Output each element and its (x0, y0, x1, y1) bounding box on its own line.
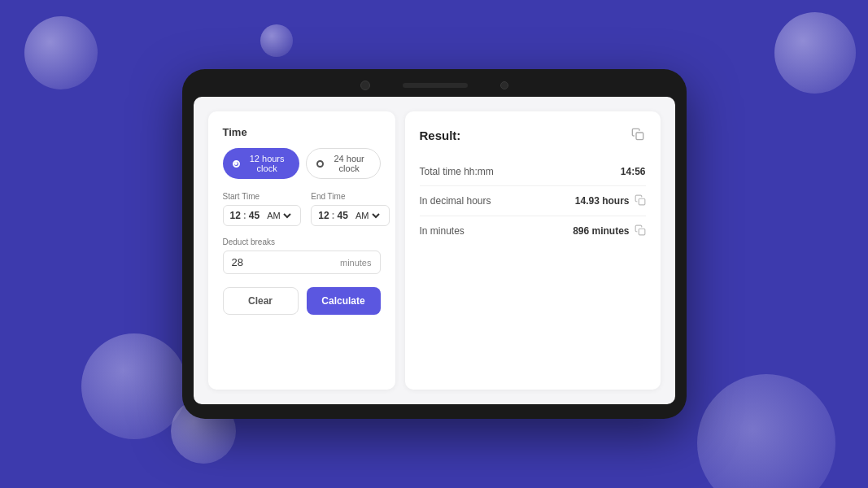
result-header: Result: (420, 126, 646, 145)
24h-label: 24 hour clock (329, 154, 370, 173)
copy-all-icon (631, 128, 644, 141)
decorative-blob-6 (697, 374, 835, 488)
start-minutes: 45 (249, 210, 260, 221)
result-row-2: In minutes 896 minutes (420, 216, 646, 246)
speaker-bar (403, 83, 468, 88)
start-time-label: Start Time (223, 192, 302, 201)
calculate-button[interactable]: Calculate (307, 287, 381, 315)
result-title: Result: (420, 129, 461, 142)
start-time-group: Start Time 12 : 45 AM PM (223, 192, 302, 226)
copy-decimal-button[interactable] (635, 194, 646, 207)
start-period-select[interactable]: AM PM (264, 210, 294, 221)
start-hours: 12 (230, 210, 241, 221)
svg-rect-0 (636, 133, 643, 140)
start-sep: : (243, 210, 246, 221)
result-row-2-label: In minutes (420, 225, 465, 237)
time-inputs-row: Start Time 12 : 45 AM PM End Time 12 (223, 192, 381, 226)
result-row-0-value-group: 14:56 (621, 166, 646, 177)
svg-rect-2 (639, 229, 645, 235)
end-time-input-box[interactable]: 12 : 45 AM PM (311, 205, 390, 226)
result-row-1-value-group: 14.93 hours (575, 194, 646, 207)
decorative-blob-2 (260, 24, 293, 57)
deduct-breaks-input-box[interactable]: minutes (223, 251, 381, 274)
result-row-2-value: 896 minutes (573, 225, 629, 237)
decorative-blob-1 (24, 16, 98, 89)
radio-dot-24h (316, 160, 324, 168)
result-row-0: Total time hh:mm 14:56 (420, 158, 646, 186)
tablet-top-bar (194, 81, 675, 90)
12h-label: 12 hours clock (245, 154, 290, 173)
copy-decimal-icon (635, 194, 646, 206)
end-period-select[interactable]: AM PM (352, 210, 382, 221)
24-hour-clock-option[interactable]: 24 hour clock (306, 148, 381, 179)
copy-minutes-button[interactable] (635, 224, 646, 237)
right-panel: Result: Total time hh:mm 14:56 In decima… (405, 111, 661, 390)
12-hour-clock-option[interactable]: 12 hours clock (223, 148, 299, 179)
action-buttons: Clear Calculate (223, 287, 381, 315)
svg-rect-1 (639, 198, 645, 205)
tablet-screen: Time 12 hours clock 24 hour clock Start … (194, 97, 675, 404)
clear-button[interactable]: Clear (223, 287, 299, 315)
tablet-device: Time 12 hours clock 24 hour clock Start … (182, 69, 687, 419)
copy-all-button[interactable] (630, 126, 646, 145)
clock-options: 12 hours clock 24 hour clock (223, 148, 381, 179)
deduct-breaks-label: Deduct breaks (223, 237, 381, 246)
camera-right (500, 81, 508, 89)
copy-minutes-icon (635, 224, 646, 236)
end-time-label: End Time (311, 192, 390, 201)
result-row-1-value: 14.93 hours (575, 195, 630, 207)
radio-dot-12h (233, 160, 240, 168)
result-row-2-value-group: 896 minutes (573, 224, 645, 237)
deduct-breaks-unit: minutes (340, 258, 372, 268)
result-row-1-label: In decimal hours (420, 195, 491, 207)
result-row-0-value: 14:56 (621, 166, 646, 177)
decorative-blob-3 (774, 12, 856, 94)
result-row-0-label: Total time hh:mm (420, 166, 494, 177)
end-sep: : (332, 210, 335, 221)
start-time-input-box[interactable]: 12 : 45 AM PM (223, 205, 302, 226)
section-title: Time (223, 126, 381, 138)
left-panel: Time 12 hours clock 24 hour clock Start … (208, 111, 395, 390)
end-time-group: End Time 12 : 45 AM PM (311, 192, 390, 226)
end-hours: 12 (318, 210, 329, 221)
result-row-1: In decimal hours 14.93 hours (420, 186, 646, 216)
deduct-breaks-input[interactable] (232, 256, 340, 268)
camera-left (360, 81, 370, 90)
end-minutes: 45 (338, 210, 348, 221)
